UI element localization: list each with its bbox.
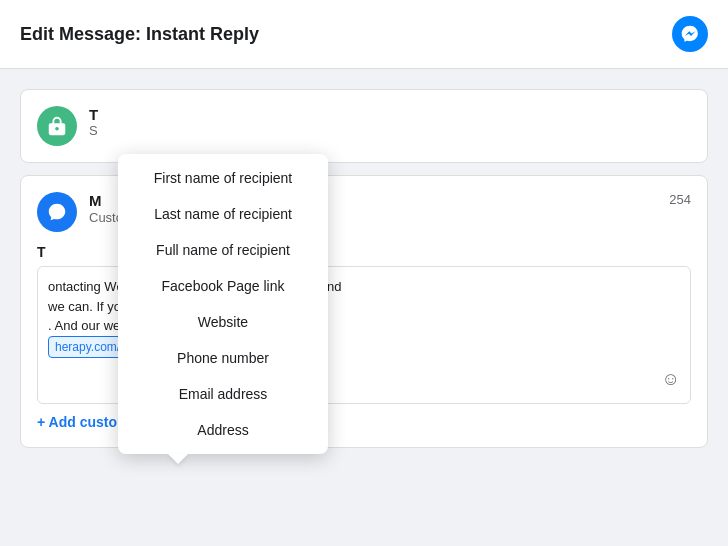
char-count: 254 <box>669 192 691 207</box>
main-content: T S M Customize the message that you sen… <box>0 69 728 468</box>
dropdown-item-website[interactable]: Website <box>118 304 328 340</box>
dropdown-item-email[interactable]: Email address <box>118 376 328 412</box>
chat-icon <box>46 201 68 223</box>
card-1-subtitle: S <box>89 123 691 138</box>
dropdown-item-first-name[interactable]: First name of recipient <box>118 160 328 196</box>
card-1: T S <box>20 89 708 163</box>
messenger-icon-button[interactable] <box>672 16 708 52</box>
messenger-icon <box>680 24 700 44</box>
dropdown-item-address[interactable]: Address <box>118 412 328 448</box>
dropdown-item-phone[interactable]: Phone number <box>118 340 328 376</box>
avatar-1 <box>37 106 77 146</box>
page-header: Edit Message: Instant Reply <box>0 0 728 69</box>
avatar-2 <box>37 192 77 232</box>
dropdown-item-fb-page[interactable]: Facebook Page link <box>118 268 328 304</box>
dropdown-arrow <box>168 454 188 464</box>
dropdown-item-full-name[interactable]: Full name of recipient <box>118 232 328 268</box>
page-title: Edit Message: Instant Reply <box>20 24 259 45</box>
card-1-title: T <box>89 106 691 123</box>
dropdown-menu: First name of recipient Last name of rec… <box>118 154 328 454</box>
dropdown-item-last-name[interactable]: Last name of recipient <box>118 196 328 232</box>
card-1-content: T S <box>89 106 691 138</box>
tag-text: herapy.com/ <box>55 338 120 356</box>
lock-icon <box>46 115 68 137</box>
emoji-icon[interactable]: ☺ <box>662 366 680 393</box>
